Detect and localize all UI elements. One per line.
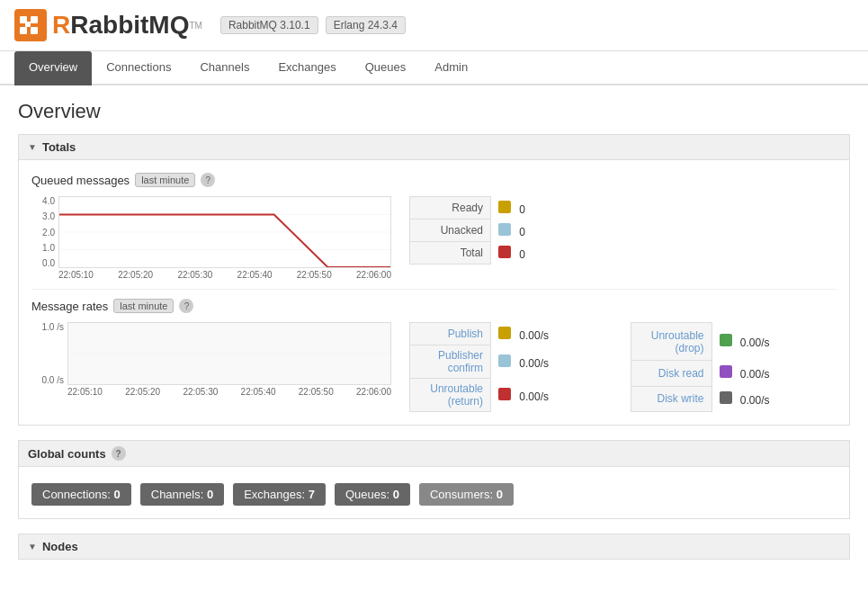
ready-color [498,201,511,213]
nodes-arrow-icon: ▼ [28,542,37,552]
rates-chart-svg [68,323,390,384]
totals-label: Totals [42,140,76,154]
exchanges-badge[interactable]: Exchanges: 7 [233,483,326,506]
x-label-2: 22:05:30 [177,270,212,280]
nodes-label: Nodes [42,540,78,553]
rates-x-5: 22:06:00 [356,387,391,397]
message-rates-title: Message rates last minute ? [31,299,837,313]
global-counts-badges: Connections: 0 Channels: 0 Exchanges: 7 … [31,483,837,506]
svg-rect-4 [31,27,38,34]
nav-item-admin[interactable]: Admin [420,51,482,85]
disk-read-color [720,365,732,378]
global-counts-section: Global counts ? Connections: 0 Channels:… [18,440,850,519]
queued-help-icon[interactable]: ? [201,173,215,187]
page-title: Overview [18,100,850,123]
global-counts-label: Global counts [28,447,106,461]
unroutable-return-label: Unroutable (return) [410,379,491,412]
totals-arrow-icon: ▼ [28,142,37,152]
logo-text: RRabbitMQ [52,11,189,40]
version-badges: RabbitMQ 3.10.1 Erlang 24.3.4 [220,16,406,34]
disk-read-row: Disk read 0.00/s [631,361,837,386]
global-counts-header[interactable]: Global counts ? [18,440,850,467]
publisher-confirm-row: Publisher confirm 0.00/s [410,345,616,379]
x-label-1: 22:05:20 [118,270,153,280]
unroutable-drop-value: 0.00/s [735,336,770,349]
rabbitmq-logo-icon [14,9,47,41]
disk-write-row: Disk write 0.00/s [631,386,837,411]
chart-y-1: 1.0 [31,243,55,253]
x-label-5: 22:06:00 [356,270,391,280]
channels-badge[interactable]: Channels: 0 [140,483,224,506]
totals-content: Queued messages last minute ? 4.0 3.0 2.… [18,160,850,426]
rates-time-badge[interactable]: last minute [113,299,174,313]
rates-chart-area: 1.0 /s 0.0 /s 22:05:10 22:05:20 [31,322,391,397]
rates-x-3: 22:05:40 [241,387,276,397]
total-color [498,246,511,258]
disk-write-color [720,391,732,404]
queued-ready-row: Ready 0 [410,197,837,220]
total-label: Total [410,242,491,265]
connections-badge[interactable]: Connections: 0 [31,483,131,506]
unroutable-return-row: Unroutable (return) 0.00/s [410,379,616,412]
unroutable-drop-label: Unroutable (drop) [631,323,711,361]
queued-chart-area: 4.0 3.0 2.0 1.0 0.0 [31,196,391,280]
ready-label: Ready [410,197,491,220]
logo: RRabbitMQ TM [14,9,202,41]
disk-write-label: Disk write [631,386,711,411]
nav-item-channels[interactable]: Channels [185,51,264,85]
unroutable-drop-row: Unroutable (drop) 0.00/s [631,323,837,361]
total-value: 0 [514,248,525,261]
rates-x-0: 22:05:10 [67,387,103,397]
svg-rect-5 [25,22,31,27]
nav-item-exchanges[interactable]: Exchanges [264,51,350,85]
publish-row: Publish 0.00/s [410,323,616,345]
queued-chart-row: 4.0 3.0 2.0 1.0 0.0 [31,196,837,280]
consumers-badge[interactable]: Consumers: 0 [419,483,514,506]
publish-color [498,327,511,339]
rabbitmq-version-badge: RabbitMQ 3.10.1 [220,16,318,34]
chart-y-2: 2.0 [31,228,55,238]
global-counts-help-icon[interactable]: ? [112,446,126,461]
unroutable-return-color [498,388,511,400]
queues-badge[interactable]: Queues: 0 [335,483,410,506]
totals-header[interactable]: ▼ Totals [18,134,850,160]
nodes-header[interactable]: ▼ Nodes [18,534,850,560]
unacked-color [498,223,511,236]
publisher-confirm-label: Publisher confirm [410,345,491,379]
erlang-version-badge: Erlang 24.3.4 [326,16,406,34]
rates-help-icon[interactable]: ? [179,299,193,313]
page-content: Overview ▼ Totals Queued messages last m… [0,85,868,588]
global-counts-content: Connections: 0 Channels: 0 Exchanges: 7 … [18,467,850,519]
publish-value: 0.00/s [514,329,549,342]
nodes-section: ▼ Nodes [18,534,850,560]
queued-unacked-row: Unacked 0 [410,220,837,242]
header: RRabbitMQ TM RabbitMQ 3.10.1 Erlang 24.3… [0,0,868,51]
publisher-confirm-value: 0.00/s [514,357,549,370]
nav-item-connections[interactable]: Connections [92,51,185,85]
rates-y-bottom: 0.0 /s [31,375,64,385]
ready-value: 0 [514,203,525,216]
x-label-4: 22:05:50 [297,270,332,280]
rates-left-table: Publish 0.00/s Publisher confirm [409,322,616,412]
queued-stats-table: Ready 0 Unacked 0 [409,196,837,265]
unroutable-drop-color [720,334,732,346]
rates-x-4: 22:05:50 [299,387,334,397]
queued-total-row: Total 0 [410,242,837,265]
nav-item-overview[interactable]: Overview [14,51,92,85]
disk-read-value: 0.00/s [735,368,770,381]
unacked-value: 0 [514,226,525,238]
x-label-0: 22:05:10 [58,270,94,280]
svg-rect-3 [31,16,38,23]
x-label-3: 22:05:40 [237,270,273,280]
rates-chart-row: 1.0 /s 0.0 /s 22:05:10 22:05:20 [31,322,837,412]
publish-label: Publish [410,323,491,345]
chart-y-3: 3.0 [31,211,55,221]
queued-stats: Ready 0 Unacked 0 [409,196,837,265]
totals-section: ▼ Totals Queued messages last minute ? 4… [18,134,850,426]
disk-write-value: 0.00/s [735,394,770,407]
publisher-confirm-color [498,354,511,367]
nav-item-queues[interactable]: Queues [351,51,421,85]
unroutable-return-value: 0.00/s [514,390,549,403]
unacked-label: Unacked [410,220,491,242]
queued-time-badge[interactable]: last minute [135,173,195,187]
